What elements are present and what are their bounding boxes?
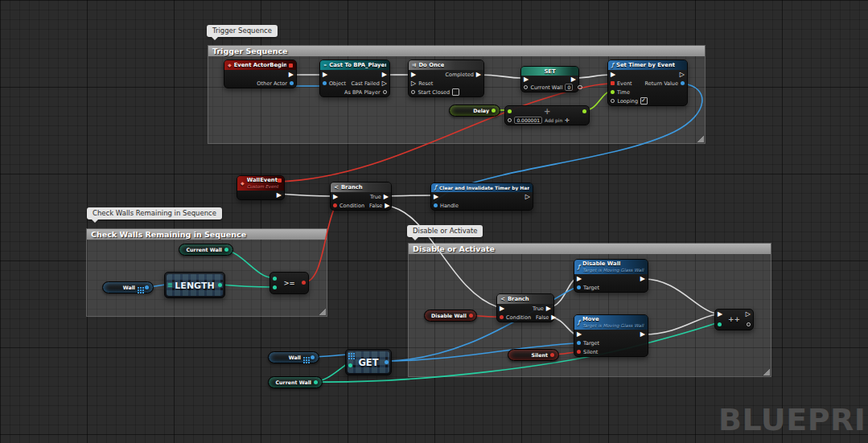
array-in-pin[interactable] (348, 353, 350, 355)
exec-in-pin[interactable] (611, 72, 615, 78)
variable-get-silent[interactable]: Silent (508, 349, 559, 361)
wire-exec-branch1-true-to-cleartimer[interactable] (387, 195, 432, 196)
exec-out-pin[interactable] (680, 72, 685, 78)
exec-out-pin[interactable] (277, 192, 282, 199)
exec-in-pin[interactable] (577, 276, 582, 282)
node-greater-equal[interactable]: >= (269, 272, 309, 294)
silent-out-pin[interactable] (550, 353, 554, 357)
looping-checkbox[interactable] (640, 97, 648, 105)
other-actor-pin[interactable] (290, 81, 294, 85)
node-title: Event ActorBeginOverlap (234, 62, 286, 68)
variable-get-current-wall[interactable]: Current Wall (179, 244, 233, 256)
event-icon: ◆ (241, 181, 245, 186)
exec-out-pin[interactable] (289, 72, 294, 78)
condition-pin[interactable] (500, 315, 504, 319)
exec-in-pin[interactable] (524, 76, 529, 83)
variable-get-wall-array[interactable]: Wall (268, 351, 319, 363)
exec-in-pin[interactable] (434, 194, 438, 200)
wall-out-pin[interactable] (311, 355, 315, 359)
start-closed-checkbox[interactable] (452, 88, 459, 96)
exec-in-pin[interactable] (577, 331, 582, 338)
exec-in-pin[interactable] (411, 72, 416, 78)
node-array-length[interactable]: ≡ LENGTH (164, 272, 225, 298)
variable-get-current-wall[interactable]: Current Wall (268, 376, 323, 388)
exec-in-pin[interactable] (323, 72, 327, 78)
element-out-pin[interactable] (385, 360, 389, 364)
as-bpa-player-pin[interactable] (383, 90, 387, 94)
comment-title-disable-or-activate[interactable]: Disable or Activate (409, 244, 771, 254)
false-exec-pin[interactable] (551, 314, 556, 321)
add-output-pin[interactable] (582, 109, 586, 113)
node-set-timer-by-event[interactable]: ƒ Set Timer by Event EventReturn Value T… (607, 59, 688, 106)
add-pin-icon[interactable]: ✛ (565, 117, 570, 124)
target-pin[interactable] (577, 285, 581, 289)
int-in-pin[interactable] (718, 322, 722, 326)
wall-out-pin[interactable] (145, 285, 149, 289)
false-exec-pin[interactable] (385, 203, 389, 209)
completed-exec-pin[interactable] (476, 72, 481, 78)
length-out-pin[interactable] (218, 283, 222, 287)
current-wall-out-pin[interactable] (578, 85, 582, 89)
exec-out-pin[interactable] (640, 276, 645, 282)
delay-out-pin[interactable] (492, 109, 496, 113)
node-cast-to-bpa-player[interactable]: » Cast To BPA_Player ObjectCast Failed A… (319, 59, 390, 97)
time-pin[interactable] (611, 90, 615, 94)
node-branch-1[interactable]: > Branch True ConditionFalse (330, 182, 392, 211)
exec-out-pin[interactable] (382, 72, 387, 78)
cast-failed-exec-pin[interactable] (382, 80, 387, 87)
object-pin[interactable] (323, 81, 327, 85)
current-wall-out-pin[interactable] (224, 248, 228, 252)
event-delegate-pin[interactable] (611, 81, 615, 85)
add-input-b-pin[interactable] (508, 118, 512, 122)
disable-wall-out-pin[interactable] (469, 314, 473, 318)
node-event-actorbeginoverlap[interactable]: ◆ Event ActorBeginOverlap Other Actor (224, 59, 297, 88)
comment-title-trigger-sequence[interactable]: Trigger Sequence (208, 46, 705, 56)
condition-pin[interactable] (333, 203, 337, 207)
int-out-pin[interactable] (747, 322, 751, 326)
gte-out-pin[interactable] (302, 281, 306, 285)
value-box[interactable]: 0.000001 (514, 117, 542, 124)
current-wall-in-pin[interactable] (524, 85, 528, 89)
exec-in-pin[interactable] (333, 194, 338, 200)
blueprint-canvas[interactable]: BLUEPRINT Trigger Sequence Check Walls R… (0, 0, 868, 443)
current-wall-out-pin[interactable] (314, 380, 318, 384)
node-disable-wall-function[interactable]: ƒ Disable WallTarget is Moving Glass Wal… (574, 259, 648, 293)
node-add-float[interactable]: + 0.000001 Add pin ✛ (504, 105, 590, 125)
wire-exec-wallevent-to-branch1[interactable] (278, 194, 331, 196)
exec-out-pin[interactable] (525, 194, 530, 200)
comment-resize-handle[interactable] (763, 368, 770, 375)
start-closed-pin[interactable] (411, 90, 415, 94)
node-increment-int[interactable]: ++ (714, 309, 754, 330)
node-wallevent[interactable]: ◆ WallEventCustom Event (237, 175, 285, 200)
exec-in-pin[interactable] (500, 306, 504, 312)
return-value-pin[interactable] (681, 81, 685, 85)
delegate-pin[interactable] (278, 178, 282, 183)
node-array-get[interactable]: GET (345, 349, 392, 375)
node-do-once[interactable]: ⇉ Do Once Completed Reset Start Closed (408, 59, 484, 97)
node-set-current-wall[interactable]: SET Current Wall0 (520, 66, 579, 92)
variable-get-disable-wall[interactable]: Disable Wall (424, 310, 477, 322)
looping-pin[interactable] (611, 99, 615, 103)
comment-resize-handle[interactable] (319, 308, 326, 315)
array-grid-icon (303, 357, 305, 359)
silent-pin[interactable] (577, 350, 581, 354)
exec-out-pin[interactable] (640, 331, 645, 338)
true-exec-pin[interactable] (546, 306, 551, 312)
comment-resize-handle[interactable] (697, 135, 704, 142)
handle-pin[interactable] (434, 203, 438, 207)
target-pin[interactable] (577, 341, 581, 345)
node-move-function[interactable]: ƒ MoveTarget is Moving Glass Wall Target… (574, 314, 648, 357)
variable-get-delay[interactable]: Delay (449, 105, 500, 117)
pin-label: True (370, 194, 381, 200)
comment-title-check-walls[interactable]: Check Walls Remaining in Sequence (87, 229, 327, 240)
add-input-a-pin[interactable] (508, 109, 512, 113)
variable-get-wall-array[interactable]: Wall (102, 281, 154, 293)
true-exec-pin[interactable] (384, 194, 389, 200)
pin-label: Current Wall (530, 84, 562, 91)
reset-exec-pin[interactable] (411, 80, 416, 87)
exec-out-pin[interactable] (571, 76, 576, 83)
node-clear-invalidate-timer[interactable]: ƒ Clear and Invalidate Timer by Handle H… (430, 183, 533, 211)
delegate-pin[interactable] (289, 64, 293, 68)
value-box[interactable]: 0 (565, 84, 573, 91)
node-branch-2[interactable]: > Branch True ConditionFalse (496, 293, 554, 322)
